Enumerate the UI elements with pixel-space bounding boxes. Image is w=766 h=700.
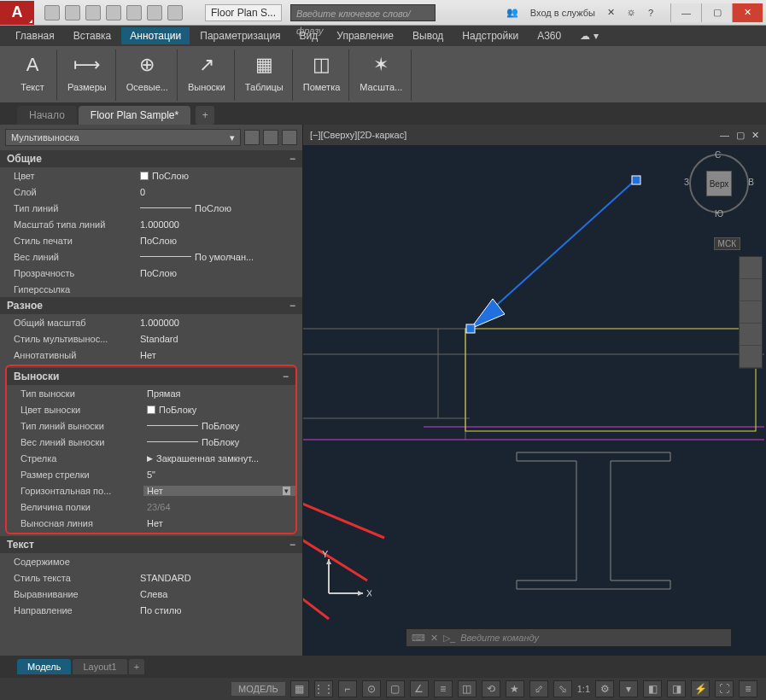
document-tab-active[interactable]: Floor Plan Sample* — [79, 106, 190, 125]
steering-wheel-icon[interactable] — [740, 257, 762, 279]
scale-label[interactable]: 1:1 — [577, 684, 590, 694]
ortho-icon[interactable]: ⌐ — [338, 680, 357, 697]
viewcube[interactable]: Верх С В Ю З — [689, 154, 749, 213]
snap-icon[interactable]: ⋮⋮ — [314, 680, 333, 697]
object-type-select[interactable]: Мультивыноска▾ — [5, 129, 241, 146]
help-icon[interactable]: ? — [645, 8, 657, 18]
anno-visibility-icon[interactable]: ⬂ — [553, 680, 572, 697]
ribbon-выноски[interactable]: ↗Выноски — [179, 50, 235, 101]
start-tab[interactable]: Начало — [17, 106, 77, 125]
status-model-button[interactable]: МОДЕЛЬ — [231, 682, 285, 696]
ribbon-таблицы[interactable]: ▦Таблицы — [237, 50, 293, 101]
app-menu-button[interactable]: A — [0, 1, 34, 25]
ribbon-размеры[interactable]: ⟼Размеры — [59, 50, 116, 101]
prop-value[interactable]: ПоБлоку — [143, 421, 295, 431]
prop-value[interactable]: ПоБлоку — [143, 437, 295, 447]
menu-вывод[interactable]: Вывод — [404, 27, 452, 44]
section-Общие[interactable]: Общие− — [0, 150, 302, 167]
prop-value[interactable]: 1.000000 — [137, 318, 302, 328]
zoom-icon[interactable] — [740, 301, 762, 324]
workspace-icon[interactable]: ⚙ — [595, 680, 614, 697]
undo-icon[interactable] — [147, 5, 162, 20]
menu-вставка[interactable]: Вставка — [65, 27, 120, 44]
prop-value[interactable]: Нет — [143, 518, 295, 528]
ribbon-текст[interactable]: AТекст — [9, 50, 57, 101]
vp-minimize-icon[interactable]: — — [720, 130, 729, 141]
prop-value[interactable]: ПоСлою — [137, 203, 302, 213]
vp-maximize-icon[interactable]: ▢ — [736, 130, 745, 141]
save-icon[interactable] — [85, 5, 101, 20]
section-Выноски[interactable]: Выноски− — [7, 368, 295, 385]
quickselect-icon[interactable] — [244, 130, 260, 145]
featured-apps-icon[interactable]: ☁ ▾ — [571, 27, 606, 44]
wcs-label[interactable]: МСК — [714, 237, 740, 250]
annotation-monitor-icon[interactable]: ★ — [506, 680, 524, 697]
prop-value[interactable]: 23/64 — [143, 502, 295, 512]
selection-cycling-icon[interactable]: ⟲ — [482, 680, 500, 697]
selectobj-icon[interactable] — [282, 130, 297, 145]
otrack-icon[interactable]: ∠ — [410, 680, 429, 697]
prop-value[interactable]: ПоСлою — [137, 171, 302, 181]
quickprops-icon[interactable]: ◧ — [643, 680, 662, 697]
ribbon-пометка[interactable]: ◫Пометка — [295, 50, 350, 101]
canvas[interactable]: Верх С В Ю З МСК X — [303, 145, 766, 656]
prop-value[interactable]: ПоСлою — [137, 236, 302, 246]
search-input[interactable]: Введите ключевое слово/фразу — [290, 4, 436, 21]
minimize-button[interactable]: — — [670, 3, 701, 22]
command-line[interactable]: ⌨ ✕ ▷_ Введите команду — [406, 628, 732, 647]
model-tab[interactable]: Модель — [17, 659, 71, 674]
menu-a360[interactable]: A360 — [529, 27, 570, 44]
infocenter-icon[interactable]: 👥 — [503, 7, 522, 18]
cmd-tools-icon[interactable]: ⌨ — [412, 633, 425, 644]
prop-value[interactable]: Нет — [137, 350, 302, 360]
vp-close-icon[interactable]: ✕ — [751, 130, 759, 141]
prop-value[interactable]: По стилю — [137, 605, 302, 615]
prop-value[interactable]: 5" — [143, 470, 295, 480]
menu-главная[interactable]: Главная — [7, 27, 63, 44]
cleanscreen-icon[interactable]: ⛶ — [715, 680, 734, 697]
prop-value[interactable]: ▶Закрашенная замкнут... — [143, 453, 295, 464]
orbit-icon[interactable] — [740, 324, 762, 346]
prop-value[interactable]: 0 — [137, 187, 302, 197]
customize-icon[interactable]: ≡ — [739, 680, 757, 697]
osnap-icon[interactable]: ▢ — [386, 680, 405, 697]
prop-value[interactable]: STANDARD — [137, 573, 302, 583]
prop-value[interactable]: Standard — [137, 334, 302, 344]
menu-вид[interactable]: Вид — [291, 27, 327, 44]
lineweight-icon[interactable]: ≡ — [434, 680, 453, 697]
prop-value[interactable]: Слева — [137, 589, 302, 599]
prop-value[interactable]: 1.000000 — [137, 219, 302, 230]
section-Разное[interactable]: Разное− — [0, 297, 302, 314]
menu-параметризация[interactable]: Параметризация — [191, 27, 289, 44]
pan-icon[interactable] — [740, 279, 762, 301]
maximize-button[interactable]: ▢ — [701, 3, 732, 22]
close-button[interactable]: ✕ — [732, 3, 763, 22]
ribbon-осевые[interactable]: ⊕Осевые... — [118, 50, 178, 101]
print-icon[interactable] — [126, 5, 142, 20]
menu-управление[interactable]: Управление — [328, 27, 402, 44]
cmd-close-icon[interactable]: ✕ — [430, 633, 438, 644]
exchange-icon[interactable]: ✕ — [604, 7, 618, 18]
menu-надстройки[interactable]: Надстройки — [453, 27, 527, 44]
ribbon-масшта[interactable]: ✶Масшта... — [351, 50, 412, 101]
grid-icon[interactable]: ▦ — [290, 680, 309, 697]
isolate-icon[interactable]: ◨ — [667, 680, 686, 697]
new-icon[interactable] — [44, 5, 60, 20]
hardware-accel-icon[interactable]: ⚡ — [691, 680, 710, 697]
new-tab-button[interactable]: + — [196, 106, 214, 125]
showmotion-icon[interactable] — [740, 346, 762, 368]
add-layout-button[interactable]: + — [129, 659, 144, 674]
drawing-viewport[interactable]: [−][Сверху][2D-каркас] — ▢ ✕ — [303, 125, 766, 656]
units-icon[interactable]: ▾ — [619, 680, 638, 697]
polar-icon[interactable]: ⊙ — [362, 680, 381, 697]
menu-аннотации[interactable]: Аннотации — [121, 27, 190, 44]
prop-value[interactable]: По умолчан... — [137, 252, 302, 262]
section-Текст[interactable]: Текст− — [0, 536, 302, 553]
saveas-icon[interactable] — [106, 5, 121, 20]
prop-value[interactable]: Нет — [143, 486, 295, 496]
prop-value[interactable]: ПоСлою — [137, 268, 302, 278]
redo-icon[interactable] — [167, 5, 183, 20]
layout-tab[interactable]: Layout1 — [73, 659, 126, 674]
a360-icon[interactable]: ⛭ — [623, 8, 640, 18]
prop-value[interactable]: Прямая — [143, 388, 295, 399]
